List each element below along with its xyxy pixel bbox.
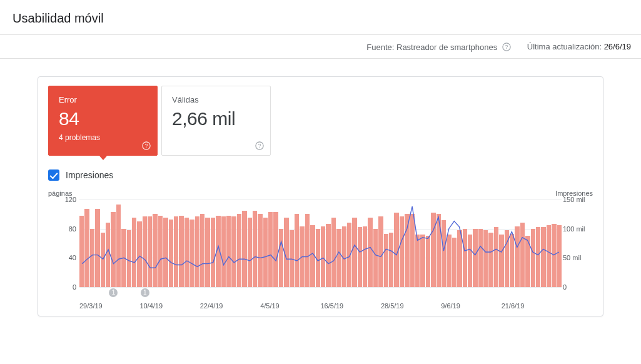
error-card-value: 84 bbox=[59, 108, 147, 129]
x-tick: 21/6/19 bbox=[502, 302, 562, 310]
line-series bbox=[79, 200, 562, 287]
chart-plot[interactable]: 04080120050 mil100 mil150 mil1129/3/1910… bbox=[79, 200, 562, 287]
axis-titles: páginas Impresiones bbox=[48, 190, 593, 197]
source-value: Rastreador de smartphones bbox=[396, 43, 497, 52]
error-card[interactable]: Error 84 4 problemas ? bbox=[48, 86, 158, 156]
impressions-label: Impresiones bbox=[66, 170, 113, 180]
page-header: Usabilidad móvil bbox=[0, 0, 641, 35]
y-left-tick: 40 bbox=[54, 254, 76, 261]
updated-value: 26/6/19 bbox=[604, 42, 631, 51]
valid-card[interactable]: Válidas 2,66 mil ? bbox=[161, 86, 271, 156]
y-right-tick: 0 bbox=[563, 283, 593, 291]
event-marker[interactable]: 1 bbox=[109, 288, 118, 297]
error-card-title: Error bbox=[59, 95, 147, 104]
y-left-tick: 120 bbox=[54, 196, 76, 203]
checkbox-icon bbox=[48, 169, 59, 181]
chart: páginas Impresiones 04080120050 mil100 m… bbox=[48, 190, 593, 308]
x-tick: 22/4/19 bbox=[200, 302, 260, 310]
y-right-tick: 150 mil bbox=[563, 196, 593, 203]
main-panel-wrap: Error 84 4 problemas ? Válidas 2,66 mil … bbox=[0, 59, 641, 335]
help-icon[interactable]: ? bbox=[142, 141, 151, 150]
svg-text:?: ? bbox=[145, 143, 148, 149]
y-left-tick: 80 bbox=[54, 225, 76, 233]
event-marker[interactable]: 1 bbox=[141, 288, 149, 297]
updated-label: Última actualización: bbox=[527, 42, 602, 51]
svg-text:?: ? bbox=[258, 143, 261, 149]
y-right-tick: 50 mil bbox=[563, 254, 593, 261]
status-bar: Fuente: Rastreador de smartphones ? Últi… bbox=[0, 35, 641, 59]
valid-card-title: Válidas bbox=[172, 95, 260, 104]
x-tick: 4/5/19 bbox=[260, 302, 320, 310]
x-tick: 10/4/19 bbox=[139, 302, 199, 310]
error-card-problems: 4 problemas bbox=[59, 133, 147, 142]
event-markers: 11 bbox=[79, 288, 562, 298]
impressions-toggle[interactable]: Impresiones bbox=[48, 169, 593, 181]
y-right-tick: 100 mil bbox=[563, 225, 593, 233]
y-left-tick: 0 bbox=[54, 283, 76, 291]
main-panel: Error 84 4 problemas ? Válidas 2,66 mil … bbox=[38, 76, 603, 316]
x-axis: 29/3/1910/4/1922/4/194/5/1916/5/1928/5/1… bbox=[79, 302, 562, 310]
help-icon[interactable]: ? bbox=[255, 141, 264, 150]
source-label: Fuente: bbox=[366, 43, 394, 52]
x-tick: 28/5/19 bbox=[381, 302, 441, 310]
updated-block: Última actualización: 26/6/19 bbox=[527, 42, 631, 51]
x-tick: 16/5/19 bbox=[321, 302, 381, 310]
x-tick: 29/3/19 bbox=[79, 302, 139, 310]
status-cards: Error 84 4 problemas ? Válidas 2,66 mil … bbox=[48, 86, 593, 156]
svg-text:?: ? bbox=[505, 44, 508, 50]
valid-card-value: 2,66 mil bbox=[172, 108, 260, 129]
help-icon[interactable]: ? bbox=[502, 43, 511, 51]
source-block[interactable]: Fuente: Rastreador de smartphones ? bbox=[366, 41, 511, 52]
page-title: Usabilidad móvil bbox=[13, 11, 628, 26]
x-tick: 9/6/19 bbox=[441, 302, 501, 310]
active-indicator-icon bbox=[98, 154, 108, 160]
